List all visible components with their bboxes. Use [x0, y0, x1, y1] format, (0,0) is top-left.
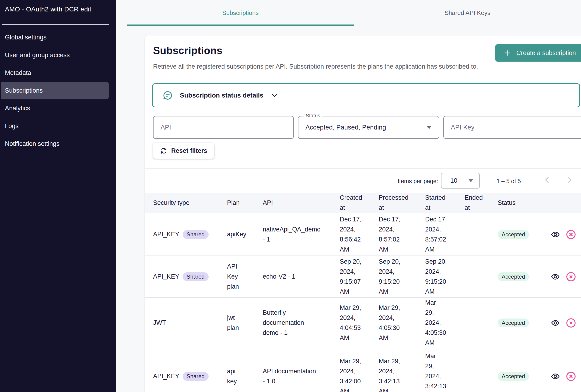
- sidebar-item-logs[interactable]: Logs: [1, 117, 109, 135]
- page-description: Retrieve all the registered subscription…: [153, 62, 480, 72]
- ended-at-cell: [464, 348, 498, 392]
- page-size-value: 10: [450, 177, 457, 184]
- sidebar-item-user-and-group-access[interactable]: User and group access: [1, 46, 109, 64]
- page-size-select[interactable]: 10: [441, 173, 480, 188]
- view-subscription-button[interactable]: [551, 318, 560, 328]
- subscription-status-details-accordion[interactable]: Subscription status details: [152, 83, 580, 107]
- processed-at-cell: Dec 17, 2024, 8:57:02 AM: [379, 213, 425, 256]
- sidebar-item-global-settings[interactable]: Global settings: [1, 28, 109, 46]
- eye-icon: [551, 372, 560, 381]
- paginator: Items per page: 10 1 – 5 of 5: [145, 169, 581, 193]
- api-cell: nativeApi_QA_demo - 1: [263, 213, 340, 256]
- created-at-cell: Dec 17, 2024, 8:56:42 AM: [340, 213, 379, 256]
- created-at-cell: Mar 29, 2024, 4:04:53 AM: [340, 298, 379, 348]
- tab-subscriptions[interactable]: Subscriptions: [127, 0, 354, 26]
- security-type: API_KEY: [153, 229, 180, 240]
- next-page-button[interactable]: [565, 175, 574, 186]
- page-title: Subscriptions: [153, 45, 222, 56]
- tab-shared-api-keys[interactable]: Shared API Keys: [354, 0, 581, 26]
- subscriptions-card: Subscriptions Retrieve all the registere…: [145, 36, 581, 392]
- comment-bubble-icon: [163, 90, 173, 100]
- started-at-cell: Sep 20, 2024, 9:15:20 AM: [425, 256, 464, 298]
- api-filter-placeholder: API: [160, 124, 171, 131]
- close-subscription-button[interactable]: [566, 229, 576, 240]
- x-circle-icon: [566, 318, 576, 328]
- tab-subscriptions-label: Subscriptions: [222, 9, 258, 16]
- processed-at-cell: Mar 29, 2024, 4:05:30 AM: [379, 298, 425, 348]
- header-api: API: [263, 193, 340, 213]
- sidebar-divider: [2, 24, 109, 25]
- view-subscription-button[interactable]: [551, 372, 560, 381]
- main-content: Subscriptions Shared API Keys Subscripti…: [116, 0, 581, 392]
- status-filter-label: Status: [304, 113, 322, 119]
- table-row: API_KEY Shared API Key plan echo-V2 - 1 …: [145, 256, 581, 298]
- plus-icon: [503, 49, 511, 57]
- sidebar-nav: Global settings User and group access Me…: [0, 28, 116, 152]
- api-cell: echo-V2 - 1: [263, 256, 340, 298]
- header-plan: Plan: [227, 193, 263, 213]
- ended-at-cell: [464, 213, 498, 256]
- view-subscription-button[interactable]: [551, 230, 560, 239]
- chevron-right-icon: [565, 175, 574, 185]
- processed-at-cell: Mar 29, 2024, 3:42:13 AM: [379, 348, 425, 392]
- header-started-at: Started at: [425, 193, 464, 213]
- view-subscription-button[interactable]: [551, 272, 560, 282]
- table-row: API_KEY Shared apiKey nativeApi_QA_demo …: [145, 213, 581, 256]
- status-badge: Accepted: [498, 372, 529, 381]
- close-subscription-button[interactable]: [566, 371, 576, 382]
- api-filter-input[interactable]: API: [153, 116, 294, 139]
- security-type: JWT: [153, 318, 166, 328]
- create-subscription-button[interactable]: Create a subscription: [495, 44, 581, 62]
- header-security-type: Security type: [145, 193, 227, 213]
- header-ended-at: Ended at: [464, 193, 498, 213]
- create-subscription-label: Create a subscription: [516, 50, 576, 57]
- x-circle-icon: [566, 229, 576, 240]
- plan-cell: api key: [227, 348, 263, 392]
- eye-icon: [551, 318, 560, 328]
- status-badge: Accepted: [498, 318, 529, 327]
- accordion-label: Subscription status details: [180, 92, 264, 99]
- shared-badge: Shared: [183, 272, 208, 281]
- table-row: JWT jwt plan Butterfly documentation dem…: [145, 298, 581, 348]
- api-key-filter-input[interactable]: API Key: [443, 116, 581, 139]
- header-status: Status: [498, 193, 551, 213]
- filters-row: API Status Accepted, Paused, Pending API…: [153, 116, 581, 139]
- created-at-cell: Mar 29, 2024, 3:42:00 AM: [340, 348, 379, 392]
- close-subscription-button[interactable]: [566, 318, 576, 328]
- status-badge: Accepted: [498, 272, 529, 281]
- eye-icon: [551, 230, 560, 239]
- sidebar-item-notification-settings[interactable]: Notification settings: [1, 135, 109, 152]
- tab-shared-api-keys-label: Shared API Keys: [444, 9, 490, 16]
- sidebar-item-metadata[interactable]: Metadata: [1, 64, 109, 82]
- items-per-page-label: Items per page:: [398, 178, 438, 184]
- tab-bar: Subscriptions Shared API Keys: [116, 0, 581, 26]
- ended-at-cell: [464, 298, 498, 348]
- sidebar-item-analytics[interactable]: Analytics: [1, 100, 109, 117]
- previous-page-button[interactable]: [542, 175, 552, 186]
- security-type: API_KEY: [153, 371, 180, 381]
- plan-cell: jwt plan: [227, 298, 263, 348]
- chevron-down-icon: [271, 92, 278, 99]
- reset-filters-button[interactable]: Reset filters: [153, 143, 214, 159]
- security-type: API_KEY: [153, 272, 180, 282]
- api-cell: API documentation - 1.0: [263, 348, 340, 392]
- x-circle-icon: [566, 371, 576, 382]
- paginator-range: 1 – 5 of 5: [496, 178, 521, 184]
- close-subscription-button[interactable]: [566, 271, 576, 282]
- refresh-icon: [160, 147, 168, 154]
- plan-cell: API Key plan: [227, 256, 263, 298]
- header-created-at: Created at: [340, 193, 379, 213]
- ended-at-cell: [464, 256, 498, 298]
- sidebar: AMO - OAuth2 with DCR edit Global settin…: [0, 0, 116, 392]
- reset-filters-label: Reset filters: [171, 147, 208, 154]
- x-circle-icon: [566, 271, 576, 282]
- sidebar-item-subscriptions[interactable]: Subscriptions: [1, 82, 109, 100]
- dropdown-arrow-icon: [426, 126, 432, 129]
- started-at-cell: Dec 17, 2024, 8:57:02 AM: [425, 213, 464, 256]
- status-filter-select[interactable]: Status Accepted, Paused, Pending: [298, 116, 439, 139]
- started-at-cell: Mar 29, 2024, 4:05:30 AM: [425, 298, 464, 348]
- header-actions: [551, 193, 581, 213]
- shared-badge: Shared: [183, 230, 208, 239]
- started-at-cell: Mar 29, 2024, 3:42:13 AM: [425, 348, 464, 392]
- plan-cell: apiKey: [227, 213, 263, 256]
